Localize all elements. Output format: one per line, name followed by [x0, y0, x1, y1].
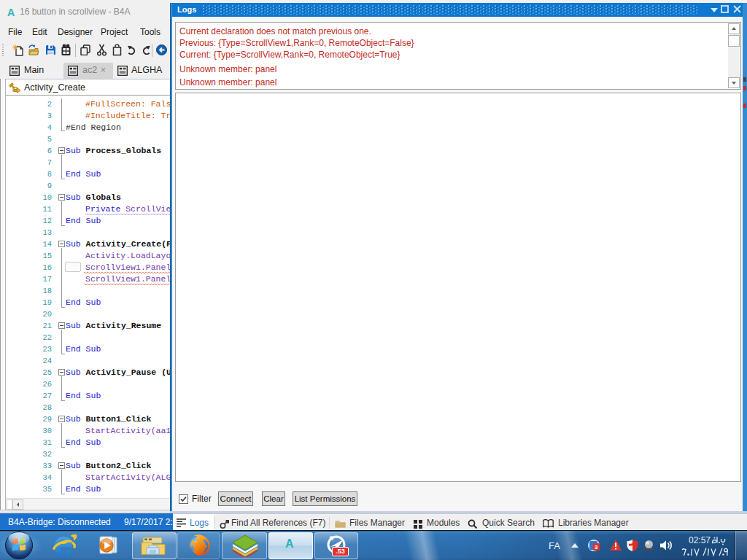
svg-text:3: 3	[595, 544, 598, 551]
